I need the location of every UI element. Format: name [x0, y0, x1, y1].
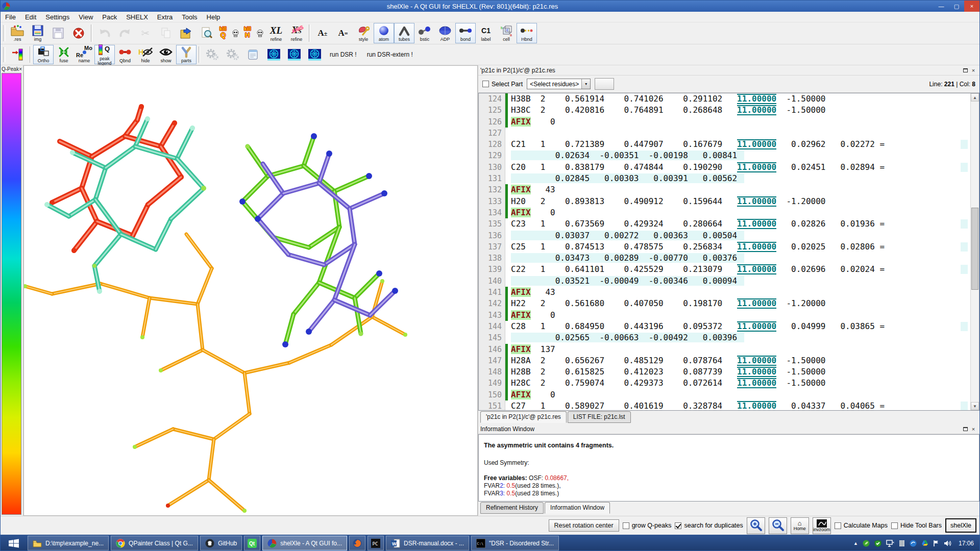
editor-dock-close-icon[interactable]: × — [969, 67, 977, 74]
task-shelxle[interactable]: shelXle - A Qt GUI fo... — [262, 536, 347, 550]
fvar-occupancy-link[interactable]: 11.00000 — [737, 298, 776, 309]
editor-line-140[interactable]: 140 0.03521 -0.00049 -0.00346 0.00094 — [479, 276, 979, 287]
fvar-occupancy-link[interactable]: 11.00000 — [737, 162, 776, 172]
ortho-button[interactable]: Ortho — [33, 45, 54, 64]
menu-extra[interactable]: Extra — [153, 12, 177, 22]
editor-line-125[interactable]: 125H38C 2 0.420816 0.764891 0.268648 11.… — [479, 105, 979, 116]
font-smaller-button[interactable]: A= — [333, 23, 353, 43]
fvar-occupancy-link[interactable]: 11.00000 — [737, 401, 776, 411]
bond-mode-button[interactable]: bond — [455, 23, 476, 43]
notepad-button[interactable] — [243, 45, 263, 64]
task-word[interactable]: WDSR-manual.docx - ... — [386, 536, 469, 550]
select-part-checkbox[interactable]: Select Part — [482, 81, 523, 88]
redo-button[interactable] — [115, 23, 135, 43]
editor-line-146[interactable]: 146AFIX 137 — [479, 344, 979, 355]
show-button[interactable]: show — [156, 45, 176, 64]
editor-line-126[interactable]: 126AFIX 0 — [479, 116, 979, 128]
peak-legend-button[interactable]: Qpeak legend — [94, 45, 115, 64]
fvar-occupancy-link[interactable]: 11.00000 — [737, 367, 776, 377]
editor-line-139[interactable]: 139C22 1 0.641101 0.425529 0.213079 11.0… — [479, 264, 979, 275]
editor-line-127[interactable]: 127 — [479, 128, 979, 139]
menu-help[interactable]: Help — [202, 12, 225, 22]
tray-shield-icon[interactable] — [874, 540, 881, 547]
run-dsr-extern-button[interactable]: run DSR-extern ! — [362, 45, 418, 64]
tab-refinement-history[interactable]: Refinement History — [480, 502, 544, 514]
tray-leaf-icon[interactable] — [863, 540, 870, 547]
select-part-checkbox-box[interactable] — [482, 81, 489, 87]
atom-mode-button[interactable]: atom — [374, 23, 394, 43]
style-button[interactable]: style — [353, 23, 374, 43]
zoom-in-button[interactable] — [747, 517, 765, 534]
fvar-occupancy-link[interactable]: 11.00000 — [737, 94, 776, 104]
dsr-1-button[interactable] — [263, 45, 284, 64]
calculate-maps-checkbox-box[interactable] — [835, 522, 841, 529]
invzoom-button[interactable]: invzoom — [813, 517, 831, 534]
editor-line-150[interactable]: 150AFIX 0 — [479, 389, 979, 400]
tray-drive-icon[interactable] — [921, 540, 928, 546]
gears-1-button[interactable] — [202, 45, 223, 64]
editor-line-134[interactable]: 134AFIX 0 — [479, 207, 979, 218]
kill-h-button[interactable]: killH — [241, 23, 266, 43]
tray-grid-icon[interactable] — [899, 540, 905, 547]
res-file-editor[interactable]: 124H38B 2 0.561914 0.741026 0.291102 11.… — [478, 93, 979, 411]
fvar-occupancy-link[interactable]: 11.00000 — [737, 219, 776, 229]
scrollbar-thumb[interactable] — [971, 208, 978, 290]
chevron-down-icon[interactable]: ▼ — [581, 79, 590, 89]
minimize-button[interactable]: — — [934, 1, 949, 12]
ballstick-mode-button[interactable]: bstic — [414, 23, 435, 43]
qpeak-close-icon[interactable]: × — [19, 66, 22, 72]
xs-anis-refine-button[interactable]: XSANISrefine — [286, 23, 307, 43]
editor-line-149[interactable]: 149H28C 2 0.759074 0.429373 0.072614 11.… — [479, 378, 979, 389]
undo-button[interactable] — [94, 23, 115, 43]
start-button[interactable] — [2, 535, 26, 551]
grow-qpeaks-checkbox-box[interactable] — [623, 522, 629, 529]
editor-line-151[interactable]: 151C27 1 0.589027 0.401619 0.328784 11.0… — [479, 400, 979, 411]
tray-expand-icon[interactable]: ▲ — [853, 541, 858, 546]
dsr-2-button[interactable] — [284, 45, 304, 64]
fvar-occupancy-link[interactable]: 11.00000 — [737, 105, 776, 115]
cut-button[interactable]: ✂ — [135, 23, 156, 43]
molecule-viewer[interactable] — [23, 65, 478, 516]
zoom-out-button[interactable] — [769, 517, 787, 534]
gradient-tool-button[interactable] — [7, 45, 28, 64]
residues-extra-button[interactable] — [595, 78, 614, 90]
editor-line-133[interactable]: 133H20 2 0.893813 0.490912 0.159644 11.0… — [479, 196, 979, 207]
menu-tools[interactable]: Tools — [177, 12, 202, 22]
search-duplicates-checkbox-box[interactable] — [675, 522, 681, 529]
maximize-button[interactable]: ▢ — [949, 1, 964, 12]
editor-line-129[interactable]: 129 0.02634 -0.00351 -0.00198 0.00841 — [479, 150, 979, 161]
dsr-3-button[interactable] — [304, 45, 325, 64]
editor-line-130[interactable]: 130C20 1 0.838179 0.474844 0.190290 11.0… — [479, 162, 979, 173]
menu-edit[interactable]: Edit — [20, 12, 41, 22]
menu-pack[interactable]: Pack — [97, 12, 121, 22]
grow-qpeaks-checkbox[interactable]: grow Q-peaks — [623, 522, 672, 529]
tray-volume-icon[interactable] — [944, 540, 952, 547]
save-img-button[interactable]: img — [28, 23, 48, 43]
hide-toolbars-checkbox-box[interactable] — [891, 522, 898, 529]
label-button[interactable]: C1label — [476, 23, 496, 43]
save-button[interactable] — [48, 23, 68, 43]
find-button[interactable] — [197, 23, 217, 43]
shelxle-brand-button[interactable]: shelXle — [945, 518, 976, 533]
xl-refine-button[interactable]: XLrefine — [266, 23, 286, 43]
hbond-button[interactable]: Hbnd — [517, 23, 537, 43]
fvar-occupancy-link[interactable]: 11.00000 — [737, 196, 776, 207]
tray-flag-icon[interactable] — [933, 540, 939, 547]
fvar-occupancy-link[interactable]: 11.00000 — [737, 242, 776, 252]
tray-network-icon[interactable] — [886, 540, 894, 547]
reset-rotation-button[interactable]: Reset rotation center — [549, 519, 619, 532]
font-bigger-button[interactable]: A± — [312, 23, 333, 43]
parts-button[interactable]: parts — [176, 45, 197, 64]
editor-line-142[interactable]: 142H22 2 0.561680 0.407050 0.198170 11.0… — [479, 298, 979, 309]
fvar-occupancy-link[interactable]: 11.00000 — [737, 356, 776, 366]
editor-line-143[interactable]: 143AFIX 0 — [479, 310, 979, 321]
home-button[interactable]: ⌂ Home — [791, 517, 809, 534]
editor-line-147[interactable]: 147H28A 2 0.656267 0.485129 0.078764 11.… — [479, 355, 979, 366]
tab-information-window[interactable]: Information Window — [545, 502, 610, 514]
task-cmd[interactable]: C:\"DSR - Disordered Str... — [471, 536, 559, 550]
molecule-canvas[interactable] — [24, 66, 478, 516]
task-chrome-qpainter[interactable]: QPainter Class | Qt G... — [111, 536, 198, 550]
run-dsr-button[interactable]: run DSR ! — [325, 45, 362, 64]
editor-line-144[interactable]: 144C28 1 0.684950 0.443196 0.095372 11.0… — [479, 321, 979, 332]
adp-mode-button[interactable]: ADP — [435, 23, 455, 43]
